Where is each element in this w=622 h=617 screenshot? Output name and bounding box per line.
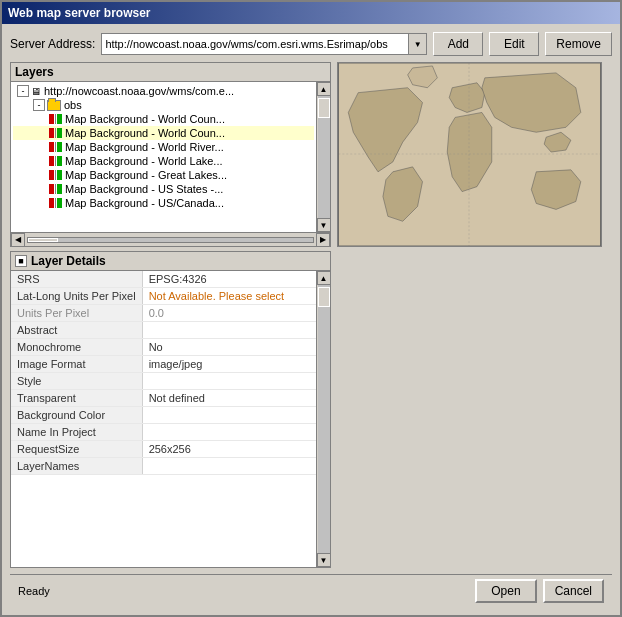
open-button[interactable]: Open xyxy=(475,579,536,603)
layer-details-title: Layer Details xyxy=(31,254,106,268)
hscroll-right[interactable]: ▶ xyxy=(316,233,330,247)
details-scrollbar[interactable]: ▲ ▼ xyxy=(316,271,330,567)
color-swatch-6 xyxy=(49,184,62,194)
color-swatch-4 xyxy=(49,156,62,166)
detail-row-imgfmt: Image Format image/jpeg xyxy=(11,356,316,373)
tree-item-layer-1[interactable]: Map Background - World Coun... xyxy=(13,112,314,126)
detail-value-layernames xyxy=(142,458,316,475)
detail-value-mono: No xyxy=(142,339,316,356)
tree-item-obs[interactable]: - obs xyxy=(13,98,314,112)
detail-value-abstract xyxy=(142,322,316,339)
server-dropdown-button[interactable]: ▼ xyxy=(408,34,426,54)
layers-panel: Layers - 🖥 http://nowcoast.noaa.gov/wms/… xyxy=(10,62,331,247)
detail-row-nameinproject: Name In Project xyxy=(11,424,316,441)
detail-row-mono: Monochrome No xyxy=(11,339,316,356)
detail-row-layernames: LayerNames xyxy=(11,458,316,475)
detail-row-abstract: Abstract xyxy=(11,322,316,339)
details-scroll-track[interactable] xyxy=(318,285,330,553)
computer-icon: 🖥 xyxy=(31,86,41,97)
layers-hscrollbar[interactable]: ◀ ▶ xyxy=(11,232,330,246)
color-swatch-3 xyxy=(49,142,62,152)
tree-item-layer-3[interactable]: Map Background - World River... xyxy=(13,140,314,154)
scroll-up-arrow[interactable]: ▲ xyxy=(317,82,331,96)
tree-item-root[interactable]: - 🖥 http://nowcoast.noaa.gov/wms/com.e..… xyxy=(13,84,314,98)
layers-scrollbar[interactable]: ▲ ▼ xyxy=(316,82,330,232)
layer-4-label: Map Background - World Lake... xyxy=(65,155,223,167)
detail-value-srs: EPSG:4326 xyxy=(142,271,316,288)
tree-item-layer-5[interactable]: Map Background - Great Lakes... xyxy=(13,168,314,182)
hscroll-track[interactable] xyxy=(27,237,314,243)
layers-header: Layers xyxy=(11,63,330,82)
main-area: Layers - 🖥 http://nowcoast.noaa.gov/wms/… xyxy=(10,62,612,568)
color-swatch-7 xyxy=(49,198,62,208)
status-text: Ready xyxy=(18,585,50,597)
detail-value-transparent: Not defined xyxy=(142,390,316,407)
detail-value-style xyxy=(142,373,316,390)
window-title: Web map server browser xyxy=(8,6,151,20)
tree-item-layer-2[interactable]: Map Background - World Coun... xyxy=(13,126,314,140)
server-input-wrap: ▼ xyxy=(101,33,427,55)
tree-item-layer-6[interactable]: Map Background - US States -... xyxy=(13,182,314,196)
detail-value-reqsize: 256x256 xyxy=(142,441,316,458)
right-panel xyxy=(337,62,612,568)
right-spacer xyxy=(337,247,612,568)
tree-item-layer-7[interactable]: Map Background - US/Canada... xyxy=(13,196,314,210)
detail-label-nameinproject: Name In Project xyxy=(11,424,142,441)
details-scroll-thumb[interactable] xyxy=(318,287,330,307)
detail-label-latlong: Lat-Long Units Per Pixel xyxy=(11,288,142,305)
layer-3-label: Map Background - World River... xyxy=(65,141,224,153)
edit-button[interactable]: Edit xyxy=(489,32,539,56)
root-url-label: http://nowcoast.noaa.gov/wms/com.e... xyxy=(44,85,234,97)
scroll-thumb[interactable] xyxy=(318,98,330,118)
detail-label-mono: Monochrome xyxy=(11,339,142,356)
cancel-button[interactable]: Cancel xyxy=(543,579,604,603)
detail-label-reqsize: RequestSize xyxy=(11,441,142,458)
color-swatch-2 xyxy=(49,128,62,138)
expand-icon-obs[interactable]: - xyxy=(33,99,45,111)
scroll-down-arrow[interactable]: ▼ xyxy=(317,218,331,232)
detail-row-transparent: Transparent Not defined xyxy=(11,390,316,407)
bottom-buttons: Open Cancel xyxy=(475,579,604,603)
hscroll-thumb[interactable] xyxy=(28,238,58,242)
map-svg xyxy=(338,63,601,246)
layer-2-label: Map Background - World Coun... xyxy=(65,127,225,139)
server-address-input[interactable] xyxy=(102,34,408,54)
layer-details-panel: ■ Layer Details SRS EPSG:4326 xyxy=(10,251,331,568)
hscroll-left[interactable]: ◀ xyxy=(11,233,25,247)
expand-icon-root[interactable]: - xyxy=(17,85,29,97)
detail-label-transparent: Transparent xyxy=(11,390,142,407)
layer-6-label: Map Background - US States -... xyxy=(65,183,223,195)
detail-label-units: Units Per Pixel xyxy=(11,305,142,322)
detail-row-srs: SRS EPSG:4326 xyxy=(11,271,316,288)
folder-icon-obs xyxy=(47,100,61,111)
detail-label-bgcolor: Background Color xyxy=(11,407,142,424)
add-button[interactable]: Add xyxy=(433,32,483,56)
details-scroll-down[interactable]: ▼ xyxy=(317,553,331,567)
detail-value-units: 0.0 xyxy=(142,305,316,322)
detail-label-style: Style xyxy=(11,373,142,390)
layer-details-header: ■ Layer Details xyxy=(11,252,330,271)
detail-value-nameinproject xyxy=(142,424,316,441)
window: Web map server browser Server Address: ▼… xyxy=(0,0,622,617)
detail-row-reqsize: RequestSize 256x256 xyxy=(11,441,316,458)
bottom-bar: Ready Open Cancel xyxy=(10,574,612,607)
layers-content[interactable]: - 🖥 http://nowcoast.noaa.gov/wms/com.e..… xyxy=(11,82,316,232)
detail-row-style: Style xyxy=(11,373,316,390)
color-swatch-1 xyxy=(49,114,62,124)
scroll-track[interactable] xyxy=(318,96,330,218)
detail-label-imgfmt: Image Format xyxy=(11,356,142,373)
detail-row-latlong: Lat-Long Units Per Pixel Not Available. … xyxy=(11,288,316,305)
layer-1-label: Map Background - World Coun... xyxy=(65,113,225,125)
details-scroll-up[interactable]: ▲ xyxy=(317,271,331,285)
detail-value-imgfmt: image/jpeg xyxy=(142,356,316,373)
detail-value-latlong: Not Available. Please select xyxy=(142,288,316,305)
tree-item-layer-4[interactable]: Map Background - World Lake... xyxy=(13,154,314,168)
obs-label: obs xyxy=(64,99,82,111)
details-collapse-button[interactable]: ■ xyxy=(15,255,27,267)
layer-details-table: SRS EPSG:4326 Lat-Long Units Per Pixel N… xyxy=(11,271,316,567)
remove-button[interactable]: Remove xyxy=(545,32,612,56)
map-preview xyxy=(337,62,602,247)
server-label: Server Address: xyxy=(10,37,95,51)
detail-value-bgcolor xyxy=(142,407,316,424)
title-bar: Web map server browser xyxy=(2,2,620,24)
